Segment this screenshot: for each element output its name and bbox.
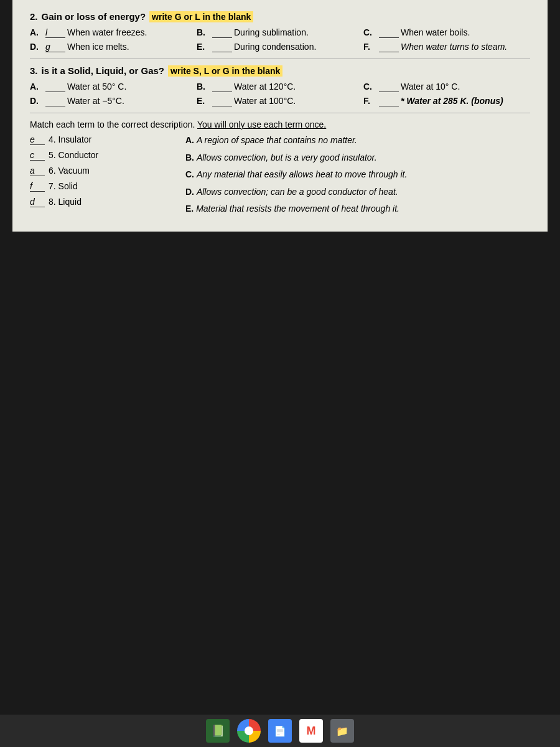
- q3-text-b: Water at 120°C.: [234, 82, 296, 92]
- taskbar: 📗 📄 M 📁: [0, 715, 560, 747]
- q3-label-c: C.: [363, 82, 375, 92]
- q2-label-f: F.: [363, 42, 375, 52]
- match-number-4: 4. Insulator: [49, 134, 91, 144]
- q3-item-c: C. Water at 10° C.: [363, 82, 530, 92]
- q2-blank-a: l: [45, 27, 65, 38]
- q2-item-b: B. During sublimation.: [197, 27, 363, 38]
- q3-instruction: write S, L or G in the blank: [168, 65, 282, 77]
- match-columns: e 4. Insulator c 5. Conductor a 6. Vacuu…: [30, 134, 530, 220]
- match-instruction-text: Match each term to the correct descripti…: [30, 120, 195, 129]
- question-2-title: 2. Gain or loss of energy? write G or L …: [30, 11, 530, 22]
- match-def-b-text: Allows convection, but is a very good in…: [197, 153, 377, 162]
- q2-blank-e: [212, 42, 232, 52]
- q3-label-e: E.: [197, 96, 208, 106]
- question-3-block: 3. is it a Solid, Liquid, or Gas? write …: [30, 65, 530, 106]
- q3-text-f: * Water at 285 K. (bonus): [401, 96, 503, 106]
- match-instruction: Match each term to the correct descripti…: [30, 120, 530, 129]
- match-def-d: D. Allows convection; can be a good cond…: [185, 186, 530, 199]
- q3-blank-b: [212, 82, 232, 92]
- divider-2: [30, 113, 530, 113]
- match-number-6: 6. Vacuum: [49, 166, 90, 176]
- q2-row-2: D. g When ice melts. E. During condensat…: [30, 42, 530, 52]
- q3-blank-c: [379, 82, 399, 92]
- q2-item-c: C. When water boils.: [363, 27, 530, 38]
- q3-text: is it a Solid, Liquid, or Gas?: [42, 65, 165, 76]
- q3-item-d: D. Water at −5°C.: [30, 96, 197, 106]
- q2-label-e: E.: [197, 42, 208, 52]
- q2-label-c: C.: [363, 27, 375, 37]
- q2-text-e: During condensation.: [234, 42, 316, 52]
- match-item-5: c 5. Conductor: [30, 150, 167, 161]
- q3-row-1: A. Water at 50° C. B. Water at 120°C. C.…: [30, 82, 530, 92]
- q3-blank-f: [379, 96, 399, 106]
- q2-text-f: When water turns to steam.: [401, 42, 507, 52]
- worksheet: 2. Gain or loss of energy? write G or L …: [12, 0, 548, 232]
- match-def-c: C. Any material that easily allows heat …: [185, 169, 530, 181]
- match-section: Match each term to the correct descripti…: [30, 120, 530, 220]
- q2-item-e: E. During condensation.: [197, 42, 363, 52]
- divider-1: [30, 59, 530, 59]
- q3-text-c: Water at 10° C.: [401, 82, 460, 92]
- match-def-b: B. Allows convection, but is a very good…: [185, 152, 530, 164]
- q2-item-a: A. l When water freezes.: [30, 27, 197, 38]
- q3-blank-d: [45, 96, 65, 106]
- match-blank-6: a: [30, 166, 45, 176]
- q3-label-b: B.: [197, 82, 208, 92]
- gmail-icon[interactable]: M: [299, 719, 323, 743]
- q3-label-a: A.: [30, 82, 41, 92]
- match-def-d-text: Allows convection; can be a good conduct…: [197, 187, 398, 197]
- q3-item-b: B. Water at 120°C.: [197, 82, 363, 92]
- q3-label-d: D.: [30, 96, 41, 106]
- q2-text: Gain or loss of energy?: [42, 11, 146, 22]
- q2-blank-d: g: [45, 42, 65, 52]
- q2-text-a: When water freezes.: [67, 27, 147, 37]
- match-def-e: E. Material that resists the movement of…: [185, 203, 530, 215]
- match-number-8: 8. Liquid: [49, 197, 82, 207]
- q2-instruction: write G or L in the blank: [149, 11, 253, 22]
- q2-label-d: D.: [30, 42, 41, 52]
- q3-blank-e: [212, 96, 232, 106]
- match-item-6: a 6. Vacuum: [30, 166, 167, 176]
- match-number-7: 7. Solid: [49, 181, 78, 191]
- q2-text-c: When water boils.: [401, 27, 470, 37]
- q3-row-2: D. Water at −5°C. E. Water at 100°C. F. …: [30, 96, 530, 106]
- q3-text-a: Water at 50° C.: [67, 82, 126, 92]
- match-def-a-text: A region of space that contains no matte…: [197, 135, 357, 145]
- files-icon[interactable]: 📁: [330, 719, 354, 743]
- q3-item-f: F. * Water at 285 K. (bonus): [363, 96, 530, 106]
- q2-blank-c: [379, 27, 399, 38]
- match-item-4: e 4. Insulator: [30, 134, 167, 145]
- q3-number: 3.: [30, 65, 38, 76]
- chrome-icon[interactable]: [237, 719, 261, 743]
- question-2-block: 2. Gain or loss of energy? write G or L …: [30, 11, 530, 52]
- match-blank-5: c: [30, 150, 45, 161]
- match-right-column: A. A region of space that contains no ma…: [185, 134, 530, 220]
- match-left-column: e 4. Insulator c 5. Conductor a 6. Vacuu…: [30, 134, 167, 220]
- q3-blank-a: [45, 82, 65, 92]
- match-def-c-text: Any material that easily allows heat to …: [197, 169, 408, 179]
- q2-row-1: A. l When water freezes. B. During subli…: [30, 27, 530, 38]
- match-item-7: f 7. Solid: [30, 181, 167, 192]
- match-number-5: 5. Conductor: [49, 150, 98, 160]
- match-def-e-text: Material that resists the movement of he…: [196, 204, 399, 214]
- match-blank-7: f: [30, 181, 45, 192]
- match-blank-4: e: [30, 134, 45, 145]
- question-3-title: 3. is it a Solid, Liquid, or Gas? write …: [30, 65, 530, 77]
- q3-label-f: F.: [363, 96, 375, 106]
- match-def-a: A. A region of space that contains no ma…: [185, 134, 530, 147]
- q3-item-e: E. Water at 100°C.: [197, 96, 363, 106]
- q2-item-d: D. g When ice melts.: [30, 42, 197, 52]
- q2-label-b: B.: [197, 27, 208, 37]
- q2-number: 2.: [30, 11, 38, 22]
- q2-blank-b: [212, 27, 232, 38]
- q2-item-f: F. When water turns to steam.: [363, 42, 530, 52]
- docs-icon[interactable]: 📄: [268, 719, 292, 743]
- q2-blank-f: [379, 42, 399, 52]
- q2-label-a: A.: [30, 27, 41, 37]
- q2-text-d: When ice melts.: [67, 42, 129, 52]
- q3-item-a: A. Water at 50° C.: [30, 82, 197, 92]
- match-instruction-underline: You will only use each term once.: [197, 120, 326, 129]
- taskbar-icon-1[interactable]: 📗: [206, 719, 230, 743]
- q3-text-d: Water at −5°C.: [67, 96, 124, 106]
- match-blank-8: d: [30, 197, 45, 207]
